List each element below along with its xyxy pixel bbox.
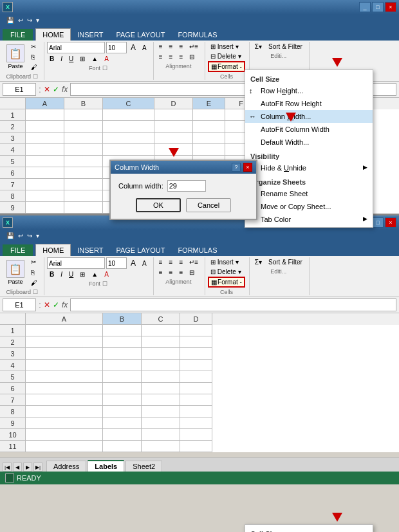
- close-btn-top[interactable]: ×: [385, 2, 396, 12]
- grid-cell[interactable]: [180, 417, 212, 429]
- tab-formulas-top[interactable]: FORMULAS: [171, 29, 223, 41]
- cut-btn-top[interactable]: ✂: [28, 42, 40, 51]
- grid-cell[interactable]: [193, 109, 225, 121]
- merge-btn-top[interactable]: ⊟: [187, 52, 197, 62]
- grid-cell[interactable]: [26, 406, 103, 417]
- grid-cell[interactable]: [103, 360, 142, 371]
- delete-btn-top[interactable]: ⊟ Delete ▾: [208, 51, 243, 61]
- sheet-tab-sheet2-bot[interactable]: Sheet2: [125, 461, 162, 472]
- tab-insert-top[interactable]: INSERT: [71, 29, 109, 41]
- grid-cell[interactable]: [142, 325, 180, 336]
- copy-btn-bot[interactable]: ⎘: [28, 268, 40, 277]
- grid-cell[interactable]: [154, 133, 193, 144]
- redo-icon-bot[interactable]: ↪: [26, 232, 33, 240]
- save-icon-top[interactable]: 💾: [5, 16, 15, 24]
- tab-color-item-top[interactable]: Tab Color: [245, 213, 373, 226]
- format-btn-bot[interactable]: ▦ Format -: [208, 277, 245, 288]
- hide-unhide-item-top[interactable]: Hide & Unhide: [245, 161, 373, 174]
- grid-cell[interactable]: [103, 348, 142, 360]
- grid-cell[interactable]: [26, 167, 64, 179]
- grid-cell[interactable]: [142, 360, 180, 371]
- align-bc-bot[interactable]: ≡: [167, 268, 176, 277]
- grid-cell[interactable]: [180, 360, 212, 371]
- col-header-D-bot[interactable]: D: [180, 313, 212, 325]
- grid-cell[interactable]: [142, 336, 180, 348]
- font-size-input-top[interactable]: [106, 42, 127, 53]
- tab-home-bot[interactable]: HOME: [35, 244, 71, 256]
- grid-cell[interactable]: [154, 121, 193, 133]
- grid-cell[interactable]: [26, 156, 64, 167]
- merge-btn-bot[interactable]: ⊟: [187, 268, 197, 277]
- sheet-nav-prev-bot[interactable]: ◀: [13, 463, 22, 472]
- font-size-dec-top[interactable]: A: [140, 43, 149, 53]
- customize-icon-bot[interactable]: ▾: [35, 232, 41, 240]
- format-painter-btn-bot[interactable]: 🖌: [28, 278, 40, 288]
- grid-cell[interactable]: [180, 394, 212, 406]
- align-tl-bot[interactable]: ≡: [156, 257, 165, 267]
- grid-cell[interactable]: [180, 348, 212, 360]
- row-height-item-top[interactable]: ↕ Row Height...: [245, 84, 373, 97]
- grid-cell[interactable]: [26, 190, 64, 202]
- align-br-bot[interactable]: ≡: [176, 268, 185, 277]
- font-size-inc-bot[interactable]: A: [128, 257, 138, 269]
- grid-cell[interactable]: [26, 202, 64, 214]
- default-width-item-top[interactable]: Default Width...: [245, 136, 373, 149]
- fill-btn-bot[interactable]: ▲: [89, 270, 100, 279]
- rename-sheet-item-top[interactable]: Rename Sheet: [245, 187, 373, 200]
- grid-cell[interactable]: [180, 406, 212, 417]
- grid-cell[interactable]: [103, 394, 142, 406]
- grid-cell[interactable]: [26, 109, 64, 121]
- grid-cell[interactable]: [103, 429, 142, 441]
- sort-btn-top[interactable]: Sort & Filter: [266, 42, 305, 51]
- border-btn-bot[interactable]: ⊞: [77, 270, 88, 279]
- grid-cell[interactable]: [26, 144, 64, 156]
- grid-cell[interactable]: [103, 383, 142, 394]
- autofit-col-item-top[interactable]: AutoFit Column Width: [245, 123, 373, 136]
- restore-btn-bot[interactable]: □: [372, 217, 384, 228]
- grid-cell[interactable]: [64, 202, 103, 214]
- format-painter-btn-top[interactable]: 🖌: [28, 62, 40, 72]
- cell-ref-input-top[interactable]: [3, 83, 36, 96]
- grid-cell[interactable]: [142, 406, 180, 417]
- align-top-center-top[interactable]: ≡: [167, 42, 176, 51]
- grid-cell[interactable]: [103, 121, 154, 133]
- grid-cell[interactable]: [180, 383, 212, 394]
- align-bl-top[interactable]: ≡: [156, 52, 165, 62]
- dialog-field-input-top[interactable]: [167, 180, 206, 192]
- grid-cell[interactable]: [193, 144, 225, 156]
- col-header-E-top[interactable]: E: [193, 98, 225, 109]
- grid-cell[interactable]: [26, 441, 103, 452]
- sheet-nav-first-bot[interactable]: |◀: [3, 463, 12, 472]
- grid-cell[interactable]: [103, 406, 142, 417]
- grid-cell[interactable]: [142, 429, 180, 441]
- confirm-formula-icon-top[interactable]: ✓: [53, 85, 59, 94]
- italic-btn-bot[interactable]: I: [58, 270, 65, 279]
- grid-cell[interactable]: [142, 417, 180, 429]
- cancel-formula-icon-bot[interactable]: ✕: [44, 300, 50, 309]
- bold-btn-bot[interactable]: B: [47, 270, 57, 279]
- sort-btn-bot[interactable]: Sort & Filter: [266, 257, 305, 267]
- grid-cell[interactable]: [180, 371, 212, 383]
- undo-icon-bot[interactable]: ↩: [17, 232, 24, 240]
- grid-cell[interactable]: [26, 121, 64, 133]
- col-header-A-top[interactable]: A: [26, 98, 64, 109]
- sheet-tab-address-bot[interactable]: Address: [46, 461, 86, 472]
- dialog-ok-btn-top[interactable]: OK: [136, 198, 181, 212]
- fill-btn-top[interactable]: ▲: [89, 54, 100, 64]
- grid-cell[interactable]: [26, 417, 103, 429]
- col-header-B-top[interactable]: B: [64, 98, 103, 109]
- grid-cell[interactable]: [193, 121, 225, 133]
- font-size-inc-top[interactable]: A: [128, 42, 138, 53]
- formula-input-bot[interactable]: [70, 298, 396, 311]
- grid-cell[interactable]: [26, 371, 103, 383]
- tab-pagelayout-bot[interactable]: PAGE LAYOUT: [109, 244, 171, 256]
- align-top-left-top[interactable]: ≡: [156, 42, 165, 51]
- dialog-help-btn-top[interactable]: ?: [232, 163, 241, 172]
- restore-btn-top[interactable]: □: [372, 2, 384, 12]
- grid-cell[interactable]: [26, 360, 103, 371]
- cut-btn-bot[interactable]: ✂: [28, 257, 40, 267]
- grid-cell[interactable]: [142, 441, 180, 452]
- grid-cell[interactable]: [64, 133, 103, 144]
- col-header-D-top[interactable]: D: [154, 98, 193, 109]
- grid-cell[interactable]: [103, 325, 142, 336]
